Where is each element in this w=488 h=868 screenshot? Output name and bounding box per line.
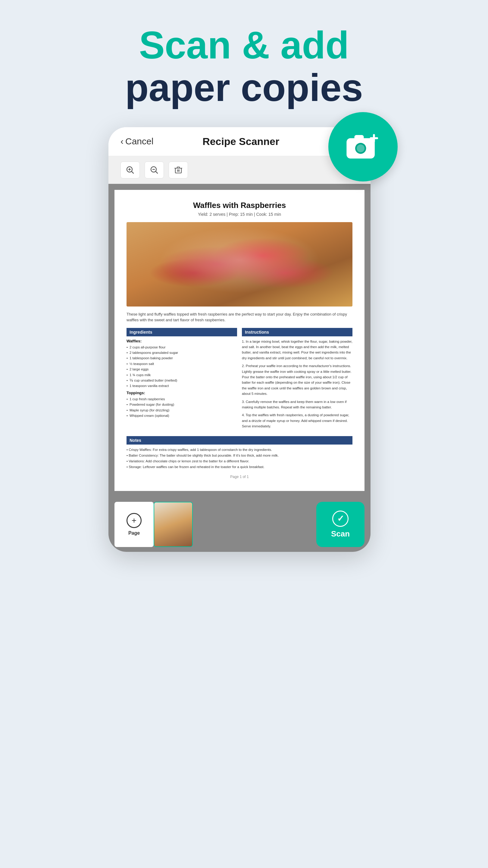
recipe-meta: Yield: 2 serves | Prep: 15 min | Cook: 1…: [127, 212, 352, 217]
topping-item: Maple syrup (for drizzling): [127, 407, 237, 413]
ingredients-toppings-list: 1 cup fresh raspberries Powdered sugar (…: [127, 396, 237, 418]
document-page: Waffles with Raspberries Yield: 2 serves…: [115, 190, 364, 491]
notes-text: • Crispy Waffles: For extra crispy waffl…: [127, 447, 352, 470]
cancel-label: Cancel: [125, 136, 153, 147]
topping-item: Powdered sugar (for dusting): [127, 402, 237, 407]
scan-button[interactable]: ✓ Scan: [316, 502, 364, 547]
recipe-title: Waffles with Raspberries: [127, 201, 352, 210]
notes-header: Notes: [127, 436, 352, 444]
ingredients-header: Ingredients: [127, 328, 237, 336]
zoom-out-button[interactable]: [144, 161, 164, 179]
page-thumbnail[interactable]: [154, 502, 193, 547]
phone-frame: ‹ Cancel Recipe Scanner: [108, 127, 370, 552]
ingredient-item: 2 large eggs: [127, 367, 237, 372]
instructions-text: 1. In a large mixing bowl, whisk togethe…: [242, 339, 352, 429]
svg-rect-4: [354, 135, 364, 140]
ingredient-item: 1 teaspoon vanilla extract: [127, 383, 237, 389]
recipe-columns: Ingredients Waffles: 2 cups all-purpose …: [127, 328, 352, 432]
ingredients-waffles-list: 2 cups all-purpose flour 2 tablespoons g…: [127, 344, 237, 389]
nav-title: Recipe Scanner: [153, 135, 328, 147]
ingredient-item: 1 tablespoon baking powder: [127, 355, 237, 361]
food-image: [127, 222, 352, 307]
hero-line1: Scan & add: [125, 24, 363, 67]
toppings-section-title: Toppings:: [127, 391, 237, 395]
zoom-in-button[interactable]: [121, 161, 140, 179]
page-indicator: Page 1 of 1: [127, 475, 352, 479]
food-image-inner: [127, 222, 352, 307]
scan-check-icon: ✓: [332, 510, 349, 527]
ingredient-item: 1 ¾ cups milk: [127, 372, 237, 378]
topping-item: 1 cup fresh raspberries: [127, 396, 237, 402]
thumbnail-bar: + Page ✓ Scan: [108, 497, 370, 552]
add-page-label: Page: [128, 530, 140, 536]
thumbnail-image: [154, 502, 192, 547]
svg-point-3: [357, 144, 364, 152]
ingredients-column: Ingredients Waffles: 2 cups all-purpose …: [127, 328, 237, 432]
hero-line2: paper copies: [125, 67, 363, 109]
camera-badge: [328, 112, 398, 181]
ingredient-item: 2 cups all-purpose flour: [127, 344, 237, 350]
ingredient-item: ⅓ cup unsalted butter (melted): [127, 378, 237, 383]
instructions-column: Instructions 1. In a large mixing bowl, …: [242, 328, 352, 432]
instructions-header: Instructions: [242, 328, 352, 336]
svg-rect-16: [177, 167, 180, 168]
svg-line-13: [156, 172, 158, 173]
document-content: Waffles with Raspberries Yield: 2 serves…: [108, 184, 370, 497]
svg-line-10: [132, 172, 133, 173]
topping-item: Whipped cream (optional): [127, 413, 237, 418]
ingredient-item: 2 tablespoons granulated sugar: [127, 350, 237, 355]
hero-title: Scan & add paper copies: [125, 24, 363, 109]
ingredient-item: ½ teaspoon salt: [127, 361, 237, 367]
add-page-button[interactable]: + Page: [115, 502, 154, 547]
phone-wrapper: ‹ Cancel Recipe Scanner: [108, 127, 380, 552]
delete-button[interactable]: [169, 161, 188, 179]
recipe-description: These light and fluffy waffles topped wi…: [127, 311, 352, 323]
plus-circle-icon: +: [127, 513, 141, 528]
camera-icon: [344, 127, 383, 166]
chevron-left-icon: ‹: [121, 136, 124, 147]
scan-label: Scan: [331, 529, 350, 538]
cancel-button[interactable]: ‹ Cancel: [121, 136, 153, 147]
waffles-section-title: Waffles:: [127, 339, 237, 343]
